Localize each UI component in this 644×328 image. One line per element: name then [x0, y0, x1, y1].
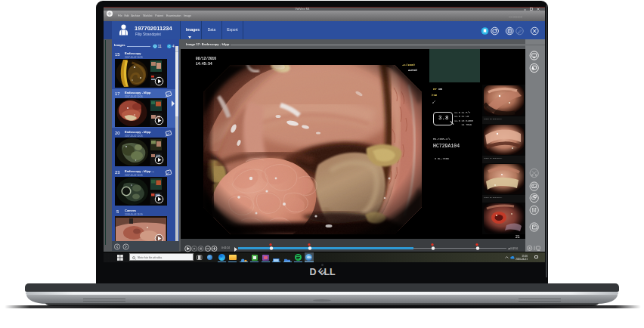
svg-text:L: L	[330, 267, 336, 277]
svg-text:D: D	[310, 267, 317, 277]
svg-text:4: 4	[172, 45, 175, 49]
svg-text:11: 11	[157, 45, 161, 49]
